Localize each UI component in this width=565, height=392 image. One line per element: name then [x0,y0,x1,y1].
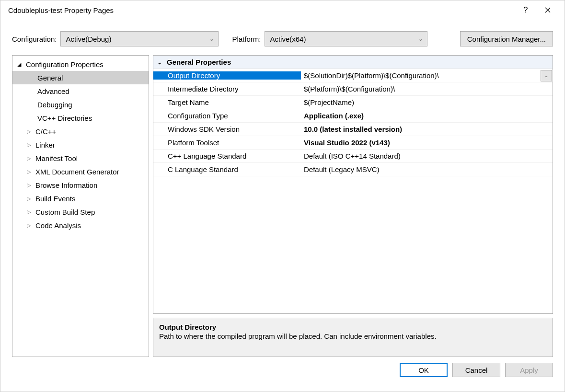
tree-item[interactable]: ▷Build Events [12,192,149,205]
tree-root[interactable]: ◢ Configuration Properties [12,58,149,71]
property-key: Configuration Type [153,112,301,120]
apply-button[interactable]: Apply [505,363,553,377]
tree-item[interactable]: ▷Code Analysis [12,219,149,232]
property-row[interactable]: Target Name$(ProjectName) [153,96,553,109]
collapse-icon: ◢ [17,61,24,68]
tree-item[interactable]: Debugging [12,98,149,111]
expand-icon: ▷ [27,196,34,202]
property-key: Output Directory [153,71,301,80]
chevron-down-icon: ⌄ [544,73,548,78]
property-row[interactable]: Output Directory$(SolutionDir)$(Platform… [153,69,553,82]
tree-item[interactable]: General [12,71,149,84]
property-value[interactable]: $(SolutionDir)$(Platform)\$(Configuratio… [301,71,541,80]
property-value[interactable]: Application (.exe) [301,112,553,120]
chevron-down-icon: ⌄ [157,59,167,66]
tree-item[interactable]: Advanced [12,84,149,98]
expand-icon: ▷ [27,209,34,215]
properties-header-label: General Properties [167,58,231,66]
tree-item-label: Code Analysis [35,221,81,230]
ok-button[interactable]: OK [400,363,448,377]
chevron-down-icon: ⌄ [209,35,214,42]
property-value[interactable]: $(Platform)\$(Configuration)\ [301,85,553,93]
property-value[interactable]: 10.0 (latest installed version) [301,125,553,133]
expand-icon: ▷ [27,182,34,188]
property-value[interactable]: $(ProjectName) [301,98,553,106]
properties-grid: ⌄ General Properties Output Directory$(S… [153,55,553,314]
tree-item[interactable]: ▷Custom Build Step [12,205,149,219]
property-row[interactable]: C++ Language StandardDefault (ISO C++14 … [153,150,553,163]
property-row[interactable]: Configuration TypeApplication (.exe) [153,109,553,123]
tree-item[interactable]: ▷Browse Information [12,178,149,192]
tree-item-label: Manifest Tool [35,154,78,162]
property-row[interactable]: Platform ToolsetVisual Studio 2022 (v143… [153,136,553,150]
property-value[interactable]: Default (Legacy MSVC) [301,165,553,173]
property-key: Platform Toolset [153,138,301,147]
property-key: C++ Language Standard [153,152,301,160]
tree-item-label: Browse Information [35,181,97,189]
tree-item[interactable]: VC++ Directories [12,111,149,125]
dropdown-button[interactable]: ⌄ [541,70,552,81]
config-row: Configuration: Active(Debug) ⌄ Platform:… [0,20,565,52]
cancel-button[interactable]: Cancel [452,363,500,377]
platform-combo[interactable]: Active(x64) ⌄ [265,31,427,46]
properties-header[interactable]: ⌄ General Properties [153,56,553,69]
tree-item-label: C/C++ [35,127,56,136]
tree-item-label: Build Events [35,195,75,203]
configuration-label: Configuration: [12,35,57,43]
expand-icon: ▷ [27,128,34,135]
window-title: Cdoubleplus-test Property Pages [6,6,515,14]
close-icon [545,7,551,13]
configuration-combo[interactable]: Active(Debug) ⌄ [60,31,219,46]
tree-root-label: Configuration Properties [26,60,104,69]
property-key: Windows SDK Version [153,125,301,133]
configuration-value: Active(Debug) [66,35,111,43]
property-row[interactable]: Windows SDK Version10.0 (latest installe… [153,123,553,136]
expand-icon: ▷ [27,142,34,148]
property-row[interactable]: Intermediate Directory$(Platform)\$(Conf… [153,82,553,96]
property-key: Intermediate Directory [153,85,301,93]
platform-value: Active(x64) [270,35,306,43]
tree-panel[interactable]: ◢ Configuration Properties GeneralAdvanc… [12,55,149,357]
right-column: ⌄ General Properties Output Directory$(S… [153,55,553,357]
chevron-down-icon: ⌄ [418,35,423,42]
configuration-manager-button[interactable]: Configuration Manager... [460,31,553,46]
tree-item-label: Linker [35,141,55,149]
close-button[interactable] [537,2,559,18]
tree-item-label: Custom Build Step [35,208,95,216]
tree-item[interactable]: ▷Linker [12,138,149,151]
property-value[interactable]: Visual Studio 2022 (v143) [301,138,553,147]
property-row[interactable]: C Language StandardDefault (Legacy MSVC) [153,163,553,176]
expand-icon: ▷ [27,222,34,229]
property-value[interactable]: Default (ISO C++14 Standard) [301,152,553,160]
titlebar: Cdoubleplus-test Property Pages ? [0,0,565,20]
description-title: Output Directory [159,323,547,331]
dialog-buttons: OK Cancel Apply [0,357,565,383]
platform-label: Platform: [232,35,261,43]
tree-item[interactable]: ▷C/C++ [12,125,149,138]
content-area: ◢ Configuration Properties GeneralAdvanc… [0,52,565,357]
description-text: Path to where the compiled program will … [159,332,547,340]
tree-item-label: XML Document Generator [35,168,119,176]
help-button[interactable]: ? [515,2,537,18]
description-panel: Output Directory Path to where the compi… [153,318,553,357]
property-key: C Language Standard [153,165,301,173]
tree-item[interactable]: ▷Manifest Tool [12,151,149,165]
expand-icon: ▷ [27,155,34,161]
property-key: Target Name [153,98,301,106]
expand-icon: ▷ [27,169,34,175]
tree-item[interactable]: ▷XML Document Generator [12,165,149,178]
